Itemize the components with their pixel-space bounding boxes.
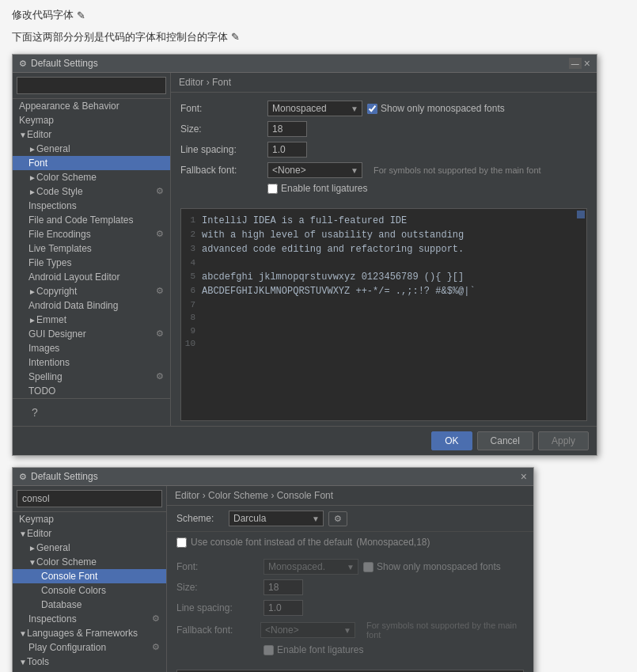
tree2-playconfig[interactable]: Play Configuration⚙: [13, 640, 166, 655]
scroll-indicator: [577, 211, 585, 218]
apply-button-1[interactable]: Apply: [538, 431, 589, 450]
tree-androidlayout[interactable]: Android Layout Editor: [13, 270, 170, 284]
fallback-select-2[interactable]: <None>: [260, 622, 355, 638]
tree2-tools[interactable]: ▼Tools: [13, 655, 166, 669]
dialog-title-2: Default Settings: [31, 471, 98, 482]
tree2-inspections[interactable]: Inspections⚙: [13, 612, 166, 626]
size-input[interactable]: 18: [267, 121, 307, 137]
gear-icon-copyright: ⚙: [156, 286, 164, 296]
font-row: Font: Monospaced ▼ Show only monospaced …: [180, 101, 587, 116]
dialog-body-2: Keymap ▼Editor ►General ▼Color Scheme Co…: [13, 486, 533, 672]
code-line-7: 7: [181, 298, 586, 312]
code-line-10: 10: [181, 337, 586, 351]
fallback-note: For symbols not supported by the main fo…: [373, 165, 541, 175]
right-panel-2: Editor › Color Scheme › Console Font Sch…: [167, 486, 533, 672]
cancel-button-1[interactable]: Cancel: [477, 431, 533, 450]
tree-fileencodings[interactable]: File Encodings⚙: [13, 227, 170, 241]
tree2-database2[interactable]: Database: [13, 669, 166, 672]
settings-form-1: Font: Monospaced ▼ Show only monospaced …: [171, 93, 597, 207]
code-line-1: 1 IntelliJ IDEA is a full-featured IDE: [181, 214, 586, 228]
dialog-title-1: Default Settings: [31, 58, 98, 69]
minimize-button-1[interactable]: —: [569, 58, 582, 69]
ok-button-1[interactable]: OK: [431, 431, 472, 450]
tree2-database[interactable]: Database: [13, 598, 166, 612]
show-monospaced-checkbox[interactable]: Show only monospaced fonts: [367, 103, 505, 114]
tree2-consolecolors[interactable]: Console Colors: [13, 583, 166, 598]
tree-databinding[interactable]: Android Data Binding: [13, 298, 170, 313]
left-panel-2: Keymap ▼Editor ►General ▼Color Scheme Co…: [13, 486, 167, 672]
linespacing-input[interactable]: 1.0: [267, 142, 307, 158]
fallback-select[interactable]: <None>: [267, 162, 362, 178]
tree2-keymap[interactable]: Keymap: [13, 512, 166, 526]
tree2-langframeworks[interactable]: ▼Languages & Frameworks: [13, 626, 166, 640]
code-line-5: 5 abcdefghi jklmnopqrstuvwxyz 0123456789…: [181, 270, 586, 284]
gear-icon-gui: ⚙: [156, 328, 164, 339]
code-preview-1: 1 IntelliJ IDEA is a full-featured IDE 2…: [180, 208, 587, 421]
fallback-label: Fallback font:: [180, 165, 267, 176]
code-line-3: 3 advanced code editing and refactoring …: [181, 242, 586, 256]
ligatures-checkbox[interactable]: Enable font ligatures: [267, 183, 367, 194]
tree-intentions[interactable]: Intentions: [13, 355, 170, 370]
close-button-1[interactable]: ×: [584, 58, 590, 69]
scheme-row: Scheme: Darcula ▼ ⚙: [167, 506, 533, 532]
size-label-2: Size:: [176, 582, 264, 593]
search-box-2: [13, 486, 166, 512]
search-input-1[interactable]: [17, 77, 166, 94]
linespacing-input-2[interactable]: [264, 600, 303, 616]
scheme-label: Scheme:: [176, 513, 224, 524]
tree-spelling[interactable]: Spelling⚙: [13, 370, 170, 384]
tree-area-1: Appearance & Behavior Keymap ▼Editor ►Ge…: [13, 99, 170, 398]
tree-guidesigner[interactable]: GUI Designer⚙: [13, 327, 170, 341]
code-line-8: 8: [181, 311, 586, 325]
settings-form-2: Font: Monospaced. ▼ Show only monospaced…: [167, 551, 533, 668]
dialog-default-settings-2: ⚙ Default Settings × Keymap ▼Editor ►Gen…: [12, 467, 534, 672]
ligatures-checkbox-2[interactable]: Enable font ligatures: [264, 644, 363, 655]
use-console-font-row: Use console font instead of the default …: [176, 537, 524, 548]
tree-general[interactable]: ►General: [13, 142, 170, 156]
code-line-6: 6 ABCDEFGHIJKLMNOPQRSTUVWXYZ ++-*/= .,;:…: [181, 284, 586, 298]
tree-appearance[interactable]: Appearance & Behavior: [13, 99, 170, 113]
use-console-font-checkbox[interactable]: [176, 537, 187, 548]
code-line-4: 4: [181, 256, 586, 270]
tree-livetemplates[interactable]: Live Templates: [13, 241, 170, 256]
show-monospaced-checkbox-2[interactable]: Show only monospaced fonts: [363, 561, 501, 572]
scheme-select[interactable]: Darcula: [229, 511, 324, 526]
font-select-2[interactable]: Monospaced.: [264, 559, 358, 575]
tree2-general[interactable]: ►General: [13, 541, 166, 555]
linespacing-label: Line spacing:: [180, 144, 267, 155]
tree-editor[interactable]: ▼Editor: [13, 127, 170, 142]
gear-icon-insp2: ⚙: [152, 613, 160, 624]
tree-keymap[interactable]: Keymap: [13, 113, 170, 127]
font-select[interactable]: Monospaced: [267, 101, 362, 116]
tree-emmet[interactable]: ►Emmet: [13, 313, 170, 327]
size-row-2: Size:: [176, 579, 524, 595]
breadcrumb-2: Editor › Color Scheme › Console Font: [167, 486, 533, 506]
tree-filetemplates[interactable]: File and Code Templates: [13, 213, 170, 227]
search-input-2[interactable]: [17, 490, 162, 507]
tree-todo[interactable]: TODO: [13, 384, 170, 398]
gear-icon-codestyle: ⚙: [156, 186, 164, 196]
size-input-2[interactable]: [264, 579, 303, 595]
tree-codestyle[interactable]: ►Code Style⚙: [13, 184, 170, 199]
tree2-editor[interactable]: ▼Editor: [13, 526, 166, 541]
help-button-1[interactable]: ?: [19, 403, 51, 422]
dialog-body-1: Appearance & Behavior Keymap ▼Editor ►Ge…: [13, 73, 597, 426]
gear-icon-fileenc: ⚙: [156, 229, 164, 239]
tree-font[interactable]: Font: [13, 156, 170, 170]
font-label-2: Font:: [176, 561, 264, 572]
edit-icon: ✎: [77, 9, 85, 21]
gear-icon-play: ⚙: [152, 642, 160, 652]
tree2-consolefont[interactable]: Console Font: [13, 569, 166, 583]
fallback-row: Fallback font: <None> ▼ For symbols not …: [180, 162, 587, 178]
fallback-row-2: Fallback font: <None> ▼ For symbols not …: [176, 621, 524, 640]
tree2-colorscheme[interactable]: ▼Color Scheme: [13, 555, 166, 569]
dialog-titlebar-1: ⚙ Default Settings — ×: [13, 55, 597, 73]
tree-colorscheme[interactable]: ►Color Scheme: [13, 170, 170, 184]
close-button-2[interactable]: ×: [521, 471, 527, 482]
tree-images[interactable]: Images: [13, 341, 170, 355]
fallback-label-2: Fallback font:: [176, 625, 260, 636]
tree-inspections[interactable]: Inspections: [13, 199, 170, 213]
tree-copyright[interactable]: ►Copyright⚙: [13, 284, 170, 298]
scheme-gear-button[interactable]: ⚙: [328, 511, 347, 526]
tree-filetypes[interactable]: File Types: [13, 256, 170, 270]
